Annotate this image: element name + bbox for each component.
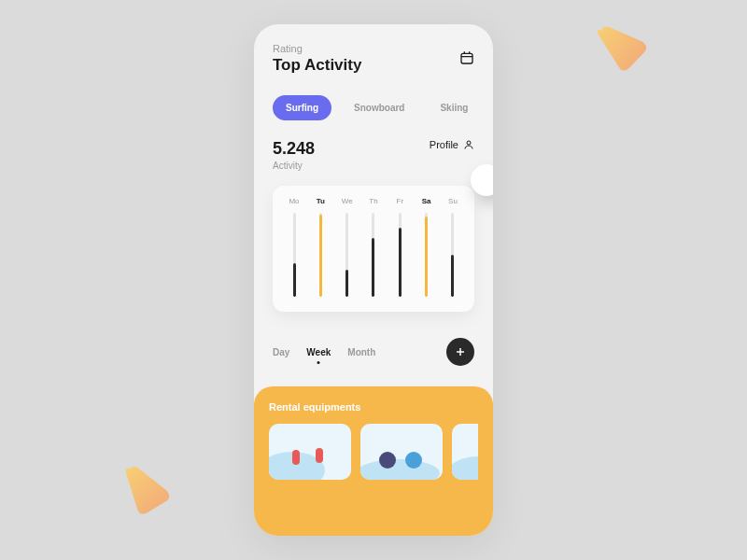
page-subtitle: Rating: [273, 43, 361, 54]
chart-label-tu: Tu: [312, 197, 329, 205]
chart-label-we: We: [339, 197, 356, 205]
chart-label-su: Su: [444, 197, 461, 205]
bg-decoration-triangle: [588, 14, 654, 79]
chart-day-labels: Mo Tu We Th Fr Sa Su: [284, 197, 463, 205]
tab-surfing[interactable]: Surfing: [273, 95, 331, 120]
chart-bar: [365, 213, 382, 297]
rental-card[interactable]: [360, 424, 443, 480]
floating-action-circle[interactable]: [471, 164, 493, 196]
rental-title: Rental equipments: [269, 401, 478, 413]
chart-bar: [312, 213, 329, 297]
calendar-icon[interactable]: [459, 50, 474, 69]
svg-rect-0: [461, 53, 472, 63]
rental-card[interactable]: [452, 424, 478, 480]
chart-bar: [286, 213, 303, 297]
weekly-chart: Mo Tu We Th Fr Sa Su: [273, 186, 474, 312]
chart-bar: [391, 213, 408, 297]
rental-panel: Rental equipments: [254, 386, 493, 536]
chart-label-fr: Fr: [391, 197, 408, 205]
profile-link[interactable]: Profile: [430, 139, 474, 150]
activity-count: 5.248: [273, 139, 315, 159]
activity-tabs: Surfing Snowboard Skiing: [273, 95, 474, 120]
period-month[interactable]: Month: [347, 347, 375, 357]
svg-point-4: [467, 141, 471, 145]
plus-icon: [455, 346, 466, 357]
chart-bar: [339, 213, 356, 297]
profile-label: Profile: [430, 139, 458, 150]
chart-label-th: Th: [365, 197, 382, 205]
period-week[interactable]: Week: [306, 347, 331, 357]
rental-card[interactable]: [269, 424, 351, 480]
page-title: Top Activity: [273, 56, 361, 75]
chart-label-sa: Sa: [418, 197, 435, 205]
chart-label-mo: Mo: [286, 197, 303, 205]
tab-snowboard[interactable]: Snowboard: [341, 95, 417, 120]
chart-bar: [444, 213, 461, 297]
activity-count-label: Activity: [273, 161, 315, 171]
app-screen: Rating Top Activity Surfing Snowboard Sk…: [254, 24, 493, 536]
period-day[interactable]: Day: [273, 347, 289, 357]
period-selector: Day Week Month: [273, 338, 474, 366]
chart-bar: [418, 213, 435, 297]
bg-decoration-triangle: [114, 459, 175, 520]
user-icon: [463, 139, 474, 150]
add-button[interactable]: [446, 338, 474, 366]
tab-skiing[interactable]: Skiing: [427, 95, 481, 120]
